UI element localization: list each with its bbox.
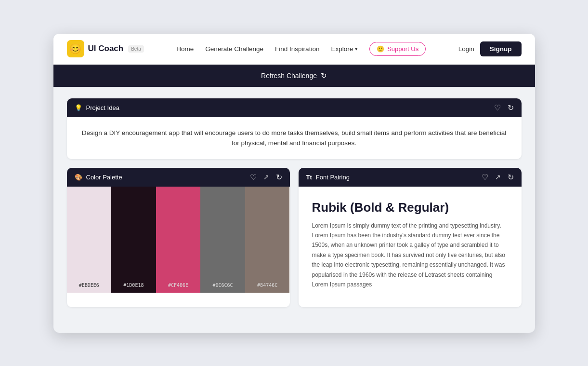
signup-button[interactable]: Signup [480,41,522,56]
app-window: 😊 UI Coach Beta Home Generate Challenge … [53,34,535,333]
color-swatch: #6C6C6C [200,187,245,293]
main-content: 💡 Project Idea ♡ ↻ Design a DIY encourag… [53,87,535,319]
beta-badge: Beta [128,45,144,53]
project-idea-card: 💡 Project Idea ♡ ↻ Design a DIY encourag… [67,98,522,159]
font-pairing-share-icon[interactable]: ↗ [495,173,501,181]
swatch-label: #CF406E [168,283,188,288]
font-pairing-refresh-icon[interactable]: ↻ [508,173,514,182]
palette-icon: 🎨 [75,174,82,181]
color-swatch: #CF406E [156,187,201,293]
font-pairing-header-right: ♡ ↗ ↻ [482,173,514,182]
project-idea-header-left: 💡 Project Idea [75,104,119,111]
font-pairing-card: Tt Font Pairing ♡ ↗ ↻ Rubik (Bold & Regu… [299,168,522,307]
nav-generate[interactable]: Generate Challenge [205,45,263,53]
swatch-label: #84746C [257,283,277,288]
color-swatch: #84746C [245,187,290,293]
color-palette-header-left: 🎨 Color Palette [75,174,122,181]
bottom-row: 🎨 Color Palette ♡ ↗ ↻ #EBDEE6#1D0E18#CF4… [67,168,522,307]
project-idea-heart-icon[interactable]: ♡ [494,103,501,112]
logo-icon: 😊 [67,40,84,57]
color-palette-header: 🎨 Color Palette ♡ ↗ ↻ [67,168,290,187]
font-icon: Tt [306,174,312,181]
lightbulb-icon: 💡 [75,104,82,111]
font-pairing-header: Tt Font Pairing ♡ ↗ ↻ [299,168,522,187]
project-idea-text: Design a DIY encouragement app that will… [80,128,508,149]
color-palette-card: 🎨 Color Palette ♡ ↗ ↻ #EBDEE6#1D0E18#CF4… [67,168,290,307]
refresh-bar-label: Refresh Challenge [261,72,317,80]
project-idea-header-right: ♡ ↻ [494,103,514,112]
nav-explore[interactable]: Explore ▾ [331,45,358,53]
color-palette-header-right: ♡ ↗ ↻ [250,173,282,182]
color-swatch: #1D0E18 [111,187,156,293]
font-pairing-body: Rubik (Bold & Regular) Lorem Ipsum is si… [299,187,522,307]
color-swatch: #EBDEE6 [67,187,112,293]
swatch-label: #EBDEE6 [79,283,99,288]
nav-inspiration[interactable]: Find Inspiration [275,45,319,53]
font-name: Rubik (Bold & Regular) [312,200,508,215]
project-idea-body: Design a DIY encouragement app that will… [67,117,522,159]
chevron-down-icon: ▾ [355,46,358,52]
header-left: 😊 UI Coach Beta [67,40,144,57]
main-nav: Home Generate Challenge Find Inspiration… [176,42,426,56]
color-palette-share-icon[interactable]: ↗ [263,173,269,181]
support-button[interactable]: 🙂 Support Us [369,42,426,56]
project-idea-header: 💡 Project Idea ♡ ↻ [67,98,522,117]
font-pairing-heart-icon[interactable]: ♡ [482,173,488,182]
color-palette-title: Color Palette [86,174,122,181]
project-idea-refresh-icon[interactable]: ↻ [508,103,514,112]
support-emoji-icon: 🙂 [377,45,384,53]
nav-home[interactable]: Home [176,45,194,53]
font-pairing-title: Font Pairing [316,174,350,181]
font-sample-text: Lorem Ipsum is simply dummy text of the … [312,221,508,290]
refresh-bar[interactable]: Refresh Challenge ↻ [53,65,535,87]
login-button[interactable]: Login [458,45,474,53]
color-swatches: #EBDEE6#1D0E18#CF406E#6C6C6C#84746C [67,187,290,293]
refresh-bar-icon: ↻ [321,71,327,80]
swatch-label: #6C6C6C [213,283,233,288]
font-pairing-header-left: Tt Font Pairing [306,174,350,181]
header-right: Login Signup [458,41,522,56]
logo-text: UI Coach [88,44,124,54]
color-palette-heart-icon[interactable]: ♡ [250,173,257,182]
color-palette-refresh-icon[interactable]: ↻ [276,173,282,182]
project-idea-title: Project Idea [86,104,119,111]
swatch-label: #1D0E18 [123,283,144,288]
header: 😊 UI Coach Beta Home Generate Challenge … [53,34,535,65]
